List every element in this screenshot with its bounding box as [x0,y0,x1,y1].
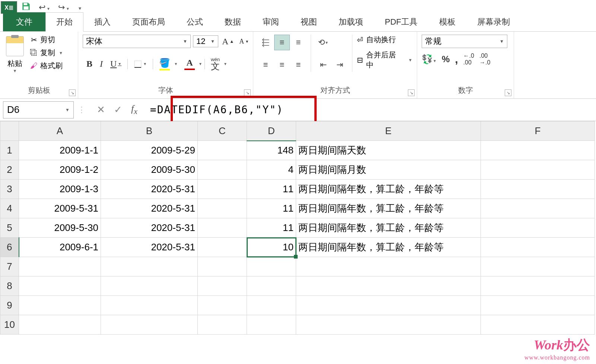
cell-F8[interactable] [481,276,595,296]
cell-D7[interactable] [247,257,296,276]
cell-B10[interactable] [101,315,198,335]
cell-A3[interactable]: 2009-1-3 [19,180,101,199]
cell-E5[interactable]: 两日期间隔年数，算工龄，年龄等 [296,218,481,238]
cell-F7[interactable] [481,257,595,276]
cell-F5[interactable] [481,218,595,238]
cell-D6[interactable]: 10 [247,238,296,257]
cell-A6[interactable]: 2009-6-1 [19,238,101,257]
tab-file[interactable]: 文件 [3,12,45,31]
cell-C9[interactable] [198,296,247,315]
row-header-10[interactable]: 10 [0,315,19,335]
cell-C10[interactable] [198,315,247,335]
row-header-6[interactable]: 6 [0,238,19,257]
comma-style-button[interactable]: , [455,53,458,66]
row-header-5[interactable]: 5 [0,218,19,238]
border-button[interactable]: ▼ [130,58,150,70]
tab-addins[interactable]: 加载项 [328,12,374,31]
cell-C4[interactable] [198,199,247,218]
cell-B6[interactable]: 2020-5-31 [101,238,198,257]
spreadsheet-grid[interactable]: ABCDEF12009-1-12009-5-29148两日期间隔天数22009-… [0,121,596,335]
cell-B2[interactable]: 2009-5-30 [101,160,198,180]
name-box[interactable]: D6▼ [3,101,74,118]
col-header-E[interactable]: E [296,121,481,141]
cell-A7[interactable] [19,257,101,276]
fill-color-button[interactable]: 🪣 [155,56,174,73]
cell-D10[interactable] [247,315,296,335]
select-all-corner[interactable] [0,121,19,141]
cell-D2[interactable]: 4 [247,160,296,180]
align-top-button[interactable]: ⬱ [258,35,273,50]
row-header-2[interactable]: 2 [0,160,19,180]
col-header-D[interactable]: D [247,121,296,141]
cell-D3[interactable]: 11 [247,180,296,199]
col-header-A[interactable]: A [19,121,101,141]
decrease-font-button[interactable]: A▼ [238,38,250,45]
row-header-4[interactable]: 4 [0,199,19,218]
cell-B8[interactable] [101,276,198,296]
decrease-decimal-button[interactable]: .00→.0 [479,53,490,66]
paste-button[interactable]: 粘贴 ▼ [4,35,25,75]
cell-F4[interactable] [481,199,595,218]
font-dialog-launcher[interactable]: ↘ [244,89,251,96]
cell-A2[interactable]: 2009-1-2 [19,160,101,180]
col-header-F[interactable]: F [481,121,595,141]
row-header-1[interactable]: 1 [0,141,19,160]
cell-E6[interactable]: 两日期间隔年数，算工龄，年龄等 [296,238,481,257]
font-name-combo[interactable]: 宋体▼ [83,35,191,48]
cell-C7[interactable] [198,257,247,276]
tab-review[interactable]: 审阅 [252,12,290,31]
number-dialog-launcher[interactable]: ↘ [505,89,511,96]
align-left-button[interactable]: ≡ [258,57,273,73]
font-size-combo[interactable]: 12▼ [193,35,218,47]
cell-C2[interactable] [198,160,247,180]
cell-A1[interactable]: 2009-1-1 [19,141,101,160]
cell-C5[interactable] [198,218,247,238]
cell-E4[interactable]: 两日期间隔年数，算工龄，年龄等 [296,199,481,218]
cell-E1[interactable]: 两日期间隔天数 [296,141,481,160]
clipboard-dialog-launcher[interactable]: ↘ [69,89,76,96]
cell-A5[interactable]: 2009-5-30 [19,218,101,238]
cell-A8[interactable] [19,276,101,296]
percent-button[interactable]: % [442,54,450,64]
cell-E9[interactable] [296,296,481,315]
cell-B9[interactable] [101,296,198,315]
tab-pdf[interactable]: PDF工具 [374,12,428,31]
tab-view[interactable]: 视图 [290,12,328,31]
accounting-format-button[interactable]: 💱▼ [422,54,437,64]
cell-B5[interactable]: 2020-5-31 [101,218,198,238]
increase-indent-button[interactable]: ⇥ [332,57,348,73]
cell-D1[interactable]: 148 [247,141,296,160]
tab-insert[interactable]: 插入 [83,12,121,31]
tab-formulas[interactable]: 公式 [176,12,214,31]
align-bottom-button[interactable]: ≡ [291,35,306,50]
cell-F9[interactable] [481,296,595,315]
tab-data[interactable]: 数据 [214,12,252,31]
font-color-button[interactable]: A [181,56,199,72]
cell-F10[interactable] [481,315,595,335]
cell-C3[interactable] [198,180,247,199]
italic-button[interactable]: I [96,57,107,71]
row-header-8[interactable]: 8 [0,276,19,296]
align-right-button[interactable]: ≡ [291,57,306,73]
cell-E2[interactable]: 两日期间隔月数 [296,160,481,180]
merge-center-button[interactable]: ⊟合并后居中▼ [357,50,412,70]
tab-templates[interactable]: 模板 [428,12,466,31]
cell-E10[interactable] [296,315,481,335]
redo-button[interactable]: ↪▼ [54,1,73,14]
cell-B4[interactable]: 2020-5-31 [101,199,198,218]
enter-formula-button[interactable]: ✓ [114,104,122,115]
cell-E3[interactable]: 两日期间隔年数，算工龄，年龄等 [296,180,481,199]
cell-A10[interactable] [19,315,101,335]
align-center-button[interactable]: ≡ [274,57,290,73]
cell-E8[interactable] [296,276,481,296]
bold-button[interactable]: B [83,57,96,71]
cell-A4[interactable]: 2009-5-31 [19,199,101,218]
orientation-button[interactable]: ⟲▼ [316,35,331,50]
cell-B3[interactable]: 2020-5-31 [101,180,198,199]
tab-pagelayout[interactable]: 页面布局 [121,12,176,31]
undo-button[interactable]: ↩▼ [35,1,54,14]
cell-F6[interactable] [481,238,595,257]
cancel-formula-button[interactable]: ✕ [97,104,105,115]
cell-D9[interactable] [247,296,296,315]
align-middle-button[interactable]: ≡ [274,35,290,50]
